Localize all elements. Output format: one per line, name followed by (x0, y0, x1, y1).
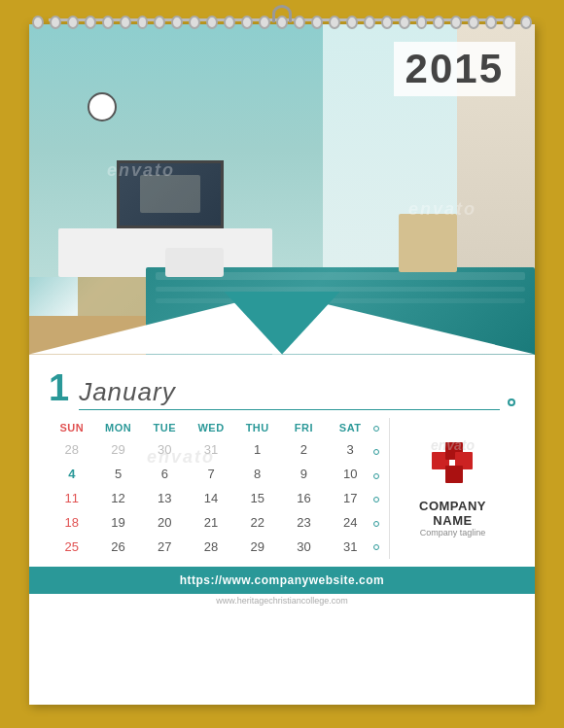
header-mon: MON (95, 418, 142, 437)
year-text: 2015 (405, 46, 504, 91)
header-fri: FRI (281, 418, 328, 437)
day-cell: 23 (281, 510, 328, 535)
month-name: January (79, 377, 500, 410)
day-cell: 5 (95, 462, 142, 486)
day-headers: SUN MON TUE WED THU FRI SAT (49, 418, 373, 437)
day-cell: 8 (234, 462, 281, 486)
side-dots (373, 418, 389, 559)
watermark-2: envato (408, 199, 476, 220)
day-cell: 22 (234, 510, 281, 535)
calendar-footer: https://www.companywebsite.com (29, 567, 535, 594)
logo-watermark: envato (431, 437, 475, 453)
day-cell: 20 (141, 510, 188, 535)
day-cell: 9 (281, 462, 328, 486)
day-cell: 29 (234, 535, 281, 559)
side-dot (373, 473, 379, 479)
month-number: 1 (49, 369, 69, 406)
day-cell: 30 (281, 535, 328, 559)
calendar-layout: SUN MON TUE WED THU FRI SAT 28 29 30 31 … (49, 418, 515, 559)
side-dot (373, 544, 379, 550)
day-cell: 15 (234, 486, 281, 510)
calendar-body: envato 1 January SUN MON TUE WED THU FRI… (29, 355, 535, 559)
side-dot (373, 521, 379, 527)
day-cell: 16 (281, 486, 328, 510)
day-cell: 31 (327, 535, 373, 559)
day-cell: 18 (49, 510, 95, 535)
day-cell: 10 (327, 462, 373, 486)
day-cell: 24 (327, 510, 373, 535)
side-dot (373, 497, 379, 503)
day-cell: 4 (49, 462, 95, 486)
company-name: COMPANY NAME (400, 499, 506, 528)
day-cell: 1 (234, 437, 281, 462)
month-header: 1 January (49, 369, 515, 410)
week-4: 18 19 20 21 22 23 24 (49, 510, 373, 535)
day-cell: 28 (188, 535, 234, 559)
header-thu: THU (234, 418, 281, 437)
day-cell: 17 (327, 486, 373, 510)
day-cell: 28 (49, 437, 95, 462)
photo-area: envato envato 2015 (29, 24, 535, 355)
svg-rect-3 (445, 466, 463, 483)
week-5: 25 26 27 28 29 30 31 (49, 535, 373, 559)
day-cell: 21 (188, 510, 234, 535)
logo-section: envato COMPANY NAME Company tagline (389, 418, 515, 559)
day-cell: 11 (49, 486, 95, 510)
side-dot (373, 426, 379, 432)
calendar-container: envato envato 2015 envato 1 January S (29, 24, 535, 705)
day-cell: 13 (141, 486, 188, 510)
month-dot (508, 399, 515, 406)
hanging-hook (272, 5, 292, 22)
year-badge: 2015 (394, 42, 515, 96)
company-tagline: Company tagline (420, 528, 486, 537)
week-3: 11 12 13 14 15 16 17 (49, 486, 373, 510)
day-cell: 26 (95, 535, 142, 559)
day-cell: 3 (327, 437, 373, 462)
bottom-watermark: www.heritagechristiancollege.com (29, 594, 535, 607)
header-sat: SAT (327, 418, 373, 437)
watermark-1: envato (107, 160, 175, 181)
header-tue: TUE (141, 418, 188, 437)
chevron-decoration (29, 292, 535, 355)
day-cell: 2 (281, 437, 328, 462)
header-sun: SUN (49, 418, 95, 437)
day-cell: 27 (141, 535, 188, 559)
day-cell: 12 (95, 486, 142, 510)
footer-url: https://www.companywebsite.com (180, 573, 385, 587)
day-cell: 29 (95, 437, 142, 462)
side-dot (373, 449, 379, 455)
day-cell: 19 (95, 510, 142, 535)
header-wed: WED (188, 418, 234, 437)
day-cell: 25 (49, 535, 95, 559)
days-section: SUN MON TUE WED THU FRI SAT 28 29 30 31 … (49, 418, 373, 559)
body-watermark: envato (147, 446, 215, 467)
day-cell: 14 (188, 486, 234, 510)
